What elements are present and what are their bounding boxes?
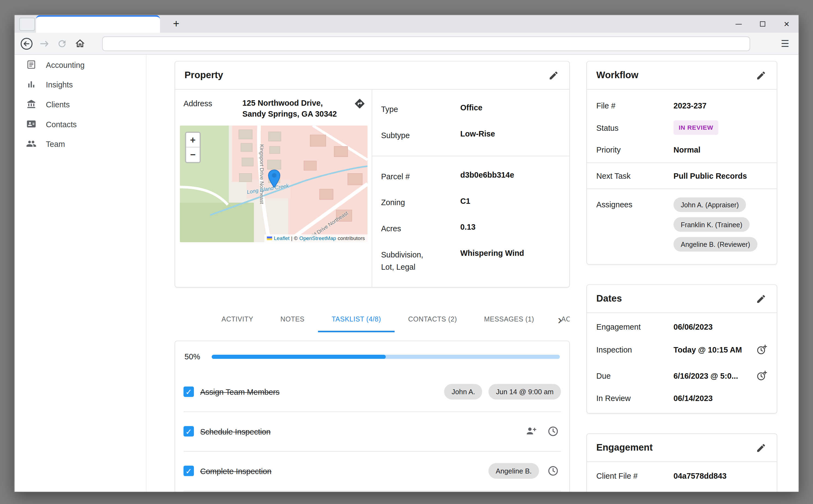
due-date-chip[interactable]: Jun 14 @ 9:00 am bbox=[488, 384, 561, 400]
dates-engagement-row: Engagement 06/06/2023 bbox=[587, 317, 777, 336]
maximize-icon bbox=[760, 21, 765, 26]
map-zoom-in-button[interactable]: + bbox=[186, 133, 200, 148]
directions-icon bbox=[354, 98, 365, 109]
task-row-assign-team-members: Assign Team Members John A. Jun 14 @ 9:0… bbox=[183, 372, 561, 412]
assignee-chip[interactable]: Franklin K. (Trainee) bbox=[674, 217, 750, 232]
forward-button[interactable] bbox=[35, 35, 53, 52]
map-street-label: Kingsport Drive Northeast bbox=[259, 144, 265, 204]
home-button[interactable] bbox=[71, 35, 89, 52]
tab-activity[interactable]: ACTIVITY bbox=[208, 307, 267, 332]
tab-contacts[interactable]: CONTACTS (2) bbox=[395, 307, 470, 332]
close-button[interactable]: ✕ bbox=[775, 15, 799, 33]
sidebar-item-contacts[interactable]: Contacts bbox=[15, 114, 146, 134]
dates-card-title: Dates bbox=[596, 293, 622, 304]
map[interactable]: Kingsport Drive Northeast Lake Placid Dr… bbox=[180, 126, 368, 242]
workflow-status-row: Status IN REVIEW bbox=[587, 115, 777, 140]
address-bar[interactable] bbox=[102, 36, 750, 51]
browser-toolbar: ☰ bbox=[15, 33, 799, 54]
task-checkbox[interactable] bbox=[183, 387, 194, 397]
ukraine-flag-icon bbox=[267, 237, 272, 240]
bank-icon bbox=[26, 99, 37, 109]
sidebar: Accounting Insights Clients bbox=[15, 55, 147, 492]
tab-messages[interactable]: MESSAGES (1) bbox=[471, 307, 548, 332]
sidebar-item-label: Insights bbox=[46, 80, 73, 89]
add-due-time-button[interactable] bbox=[545, 463, 561, 479]
add-assignee-button[interactable] bbox=[523, 424, 539, 439]
sidebar-item-accounting[interactable]: Accounting bbox=[15, 55, 146, 75]
task-label: Complete Inspection bbox=[200, 467, 271, 476]
tab-notes[interactable]: NOTES bbox=[267, 307, 318, 332]
edit-property-button[interactable] bbox=[547, 69, 560, 81]
clock-icon bbox=[547, 465, 559, 477]
minimize-icon bbox=[736, 24, 742, 24]
main-column: Property Address 125 Northwood Drive, Sa bbox=[175, 61, 570, 492]
assignee-chip[interactable]: Angeline B. bbox=[488, 463, 539, 479]
progress-bar-fill bbox=[212, 355, 386, 359]
property-card: Property Address 125 Northwood Drive, Sa bbox=[175, 61, 570, 287]
workflow-next-task-row: Next Task Pull Public Records bbox=[587, 166, 777, 186]
clock-plus-icon bbox=[756, 370, 768, 382]
reload-button[interactable] bbox=[53, 35, 71, 52]
task-row-pull-public-records: Pull Public Records John A. Jun 15 @ 1:4… bbox=[183, 491, 561, 492]
sidebar-item-insights[interactable]: Insights bbox=[15, 74, 146, 94]
clock-icon bbox=[547, 425, 559, 438]
right-column: Workflow File # 2023-237 Status IN REVIE… bbox=[586, 61, 777, 492]
task-checkbox[interactable] bbox=[183, 426, 194, 436]
add-time-button[interactable] bbox=[754, 368, 769, 383]
add-due-time-button[interactable] bbox=[545, 424, 561, 439]
directions-button[interactable] bbox=[353, 98, 366, 110]
status-badge: IN REVIEW bbox=[674, 120, 718, 135]
home-icon bbox=[74, 38, 85, 49]
reload-icon bbox=[57, 38, 67, 49]
add-time-button[interactable] bbox=[754, 342, 769, 357]
assignee-chip[interactable]: John A. bbox=[444, 384, 483, 400]
sidebar-item-team[interactable]: Team bbox=[15, 134, 146, 154]
bar-chart-icon bbox=[26, 79, 37, 90]
tasklist-progress: 50% bbox=[175, 341, 569, 372]
leaflet-link[interactable]: Leaflet bbox=[274, 236, 289, 241]
field-row-subdivision: Subdivision, Lot, Legal Whispering Wind bbox=[372, 249, 569, 273]
sidebar-item-clients[interactable]: Clients bbox=[15, 94, 146, 114]
new-tab-button[interactable]: + bbox=[169, 17, 183, 31]
back-button[interactable] bbox=[18, 35, 35, 52]
workflow-assignees-row: Assignees John A. (Appraiser) Franklin K… bbox=[587, 192, 777, 257]
assignee-chip[interactable]: John A. (Appraiser) bbox=[674, 198, 746, 212]
menu-button[interactable]: ☰ bbox=[777, 35, 793, 52]
edit-engagement-button[interactable] bbox=[755, 441, 768, 454]
tab-tasklist[interactable]: TASKLIST (4/8) bbox=[318, 307, 395, 332]
openstreetmap-link[interactable]: OpenStreetMap bbox=[299, 236, 336, 241]
sidebar-item-label: Clients bbox=[46, 100, 70, 109]
progress-bar bbox=[212, 355, 560, 359]
edit-workflow-button[interactable] bbox=[755, 69, 768, 81]
pencil-icon bbox=[756, 293, 766, 304]
task-checkbox[interactable] bbox=[183, 466, 194, 476]
dates-in-review-row: In Review 06/14/2023 bbox=[587, 388, 777, 408]
close-icon: ✕ bbox=[784, 20, 790, 28]
attribution-suffix: contributors bbox=[338, 236, 365, 241]
workflow-card-title: Workflow bbox=[596, 70, 638, 81]
minimize-button[interactable] bbox=[727, 15, 751, 33]
field-row-zoning: Zoning C1 bbox=[372, 196, 569, 208]
desktop: + ✕ ☰ bbox=[0, 0, 813, 504]
forward-icon bbox=[38, 38, 50, 49]
task-label: Assign Team Members bbox=[200, 387, 280, 396]
browser-tab[interactable] bbox=[36, 15, 160, 33]
assignee-chip[interactable]: Angeline B. (Reviewer) bbox=[674, 237, 757, 252]
workflow-priority-row: Priority Normal bbox=[587, 140, 777, 159]
engagement-client-row: Client Charles Schwab Co... bbox=[587, 485, 777, 492]
sidebar-item-label: Contacts bbox=[46, 120, 77, 129]
attribution-separator: | © bbox=[291, 236, 298, 241]
tab-search-button[interactable] bbox=[19, 18, 35, 31]
chevron-right-icon[interactable]: › bbox=[553, 307, 567, 332]
map-zoom-out-button[interactable]: − bbox=[186, 148, 200, 162]
property-address-section: Address 125 Northwood Drive, Sandy Sprin… bbox=[175, 90, 372, 287]
app-content: Accounting Insights Clients bbox=[15, 55, 799, 492]
sidebar-item-label: Team bbox=[46, 139, 65, 148]
maximize-button[interactable] bbox=[751, 15, 775, 33]
engagement-card: Engagement Client File # 04a7578dd843 Cl… bbox=[586, 433, 777, 492]
edit-dates-button[interactable] bbox=[755, 293, 768, 305]
field-row-type: Type Office bbox=[372, 103, 569, 115]
clock-plus-icon bbox=[756, 344, 768, 356]
map-zoom-control: + − bbox=[185, 132, 200, 163]
dates-inspection-row: Inspection Today @ 10:15 AM bbox=[587, 336, 777, 363]
